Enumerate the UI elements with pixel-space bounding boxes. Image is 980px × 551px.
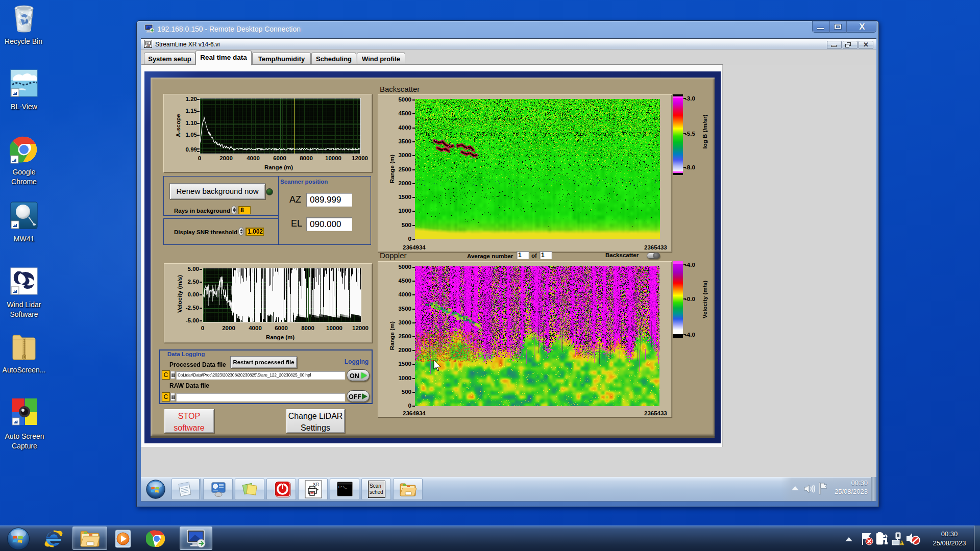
- svg-text:!: !: [901, 541, 902, 545]
- svg-text:C:\_: C:\_: [338, 485, 348, 489]
